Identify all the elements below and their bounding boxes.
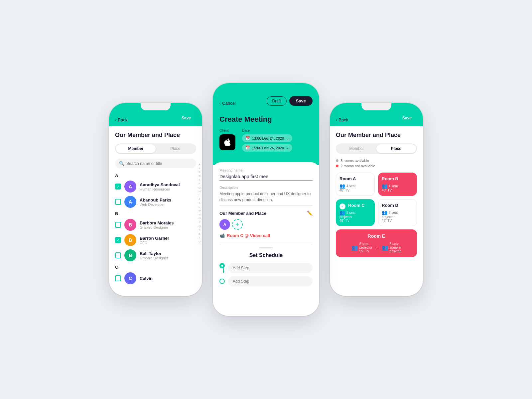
member-row-5: B Bali Taylor Graphic Designer (115, 249, 196, 261)
step-line-1 (223, 268, 224, 273)
avatar-4: B (124, 234, 136, 246)
right-layout: ‹ Back Save Our Member and Place Member … (330, 103, 423, 296)
alphabet-sidebar: AB CD EF GH IJ KL MN OP QR ST U (199, 163, 201, 243)
member-info-5: Bali Taylor Graphic Designer (140, 251, 196, 260)
room-e-right-detail: 👥 8 seat speaker desktop (382, 242, 402, 253)
meeting-name-input[interactable] (219, 174, 313, 181)
member-checkbox-1[interactable] (115, 184, 121, 190)
unavailable-dot (336, 165, 338, 167)
tab-place[interactable]: Place (156, 144, 195, 153)
left-inner: Our Member and Place Member Place 🔍 A A (109, 126, 202, 296)
right-tab-place[interactable]: Place (376, 144, 416, 153)
schedule-section: Set Schedule (219, 243, 313, 286)
step-indicator-1 (219, 263, 225, 273)
room-label: Room C @ Video call (227, 233, 270, 238)
schedule-step-2 (219, 276, 313, 286)
member-checkbox-3[interactable] (115, 222, 121, 228)
client-date-row: Client Date 📅 13:00 Dec 24, 2020 ⌄ 📅 15:… (219, 128, 313, 154)
room-d-seat: 8 seat (389, 211, 398, 214)
client-field: Client (219, 128, 235, 154)
edit-icon[interactable]: ✏️ (307, 210, 313, 216)
room-e-left-text: 8 seat projector 55" TV (359, 242, 372, 253)
right-tab-member[interactable]: Member (337, 144, 376, 153)
member-name-3: Barbora Morales (140, 220, 196, 225)
room-b-seat: 4 seat (389, 184, 398, 188)
right-save-button[interactable]: Save (397, 114, 417, 122)
room-d-tv-text: 48" TV (382, 219, 392, 222)
room-e-name: Room E (341, 233, 412, 239)
room-e-left-detail: 👥 8 seat projector 55" TV (351, 242, 372, 253)
center-save-button[interactable]: Save (289, 96, 313, 106)
draft-button[interactable]: Draft (267, 96, 287, 106)
add-member-button[interactable]: + (232, 219, 243, 230)
right-notch (361, 103, 391, 110)
search-icon: 🔍 (119, 161, 124, 166)
right-tab-toggle: Member Place (336, 143, 417, 154)
member-role-5: Graphic Designer (140, 256, 196, 260)
room-b-detail: 👥 4 seat (382, 183, 413, 189)
room-d-detail: 👥 8 seat (382, 210, 413, 215)
date-row-1[interactable]: 📅 13:00 Dec 24, 2020 ⌄ (242, 134, 292, 142)
step-input-2[interactable] (228, 276, 313, 286)
room-c-card[interactable]: ✓ Room C 👥 8 seat projector 48" TV (336, 199, 375, 226)
room-c-tv-text: 48" TV (339, 219, 349, 222)
room-c-seat: 8 seat (346, 211, 355, 214)
room-e-card[interactable]: Room E 👥 8 seat projector 55" TV + (336, 229, 417, 257)
room-a-detail: 👥 4 seat (339, 183, 371, 189)
date-row-2[interactable]: 📅 15:00 Dec 24, 2020 ⌄ (242, 144, 292, 152)
schedule-step-1 (219, 263, 313, 273)
search-bar: 🔍 (115, 159, 196, 168)
room-d-card[interactable]: Room D 👥 8 seat projector 48" TV (378, 199, 417, 226)
room-c-tv: 48" TV (339, 219, 371, 222)
member-checkbox-4[interactable] (115, 237, 121, 243)
tab-member[interactable]: Member (116, 144, 156, 153)
member-info-2: Abanoub Parks Web Developer (140, 198, 196, 206)
left-phone: ‹ Back Save Our Member and Place Member … (109, 103, 202, 296)
member-role-4: CFO (140, 241, 196, 245)
room-b-card[interactable]: Room B 👥 4 seat 48" TV (378, 173, 417, 196)
room-a-name: Room A (339, 176, 371, 181)
member-row-3: B Barbora Morales Graphic Designer (115, 219, 196, 231)
member-name-6: Calvin (140, 276, 196, 281)
cancel-label: Cancel (222, 101, 235, 106)
section-a-label: A (115, 173, 196, 178)
member-name-4: Barron Garner (140, 236, 196, 241)
room-c-detail: 👥 8 seat (339, 210, 371, 215)
room-a-tv: 48" TV (339, 189, 371, 192)
room-tag-row: 📹 Room C @ Video call (219, 233, 313, 238)
right-phone: ‹ Back Save Our Member and Place Member … (330, 103, 423, 296)
room-a-card[interactable]: Room A 👥 4 seat 48" TV (336, 173, 375, 196)
room-c-name: Room C (348, 203, 365, 208)
chevron-left-icon: ‹ (115, 117, 116, 122)
chevron-left-icon-right: ‹ (336, 117, 337, 122)
step-input-1[interactable] (228, 263, 313, 273)
section-c-label: C (115, 265, 196, 270)
drag-handle (259, 247, 273, 248)
member-info-3: Barbora Morales Graphic Designer (140, 220, 196, 229)
right-inner: Our Member and Place Member Place 3 room… (330, 126, 423, 262)
date2-value: 15:00 Dec 24, 2020 (252, 146, 284, 150)
search-input[interactable] (126, 161, 192, 166)
member-role-1: Human Resources (140, 187, 196, 191)
right-back-button[interactable]: ‹ Back (336, 117, 348, 122)
room-b-tv-text: 48" TV (382, 189, 392, 192)
back-button[interactable]: ‹ Back (115, 117, 127, 122)
step-dot-2 (219, 279, 225, 284)
chevron-down-icon-2: ⌄ (286, 146, 289, 150)
date-field: Date 📅 13:00 Dec 24, 2020 ⌄ 📅 15:00 Dec … (242, 128, 292, 154)
room-b-name: Room B (382, 176, 413, 181)
member-checkbox-5[interactable] (115, 252, 121, 258)
center-phone: ‹ Cancel Draft Save Create Meeting Clien… (213, 83, 319, 316)
member-checkbox-6[interactable] (115, 275, 121, 281)
member-avatars: A + (219, 219, 313, 230)
member-info-6: Calvin (140, 276, 196, 281)
available-dot (336, 159, 338, 162)
unavailable-label: 2 rooms not available (340, 164, 375, 168)
save-button[interactable]: Save (176, 114, 196, 122)
left-phone-content: ‹ Back Save Our Member and Place Member … (109, 103, 202, 296)
availability-row: 3 rooms available 2 rooms not available (336, 159, 417, 168)
member-checkbox-2[interactable] (115, 199, 121, 205)
member-place-label: Our Member and Place (219, 211, 266, 216)
center-cancel-button[interactable]: ‹ Cancel (219, 101, 236, 106)
room-e-right-desktop: desktop (390, 249, 402, 253)
